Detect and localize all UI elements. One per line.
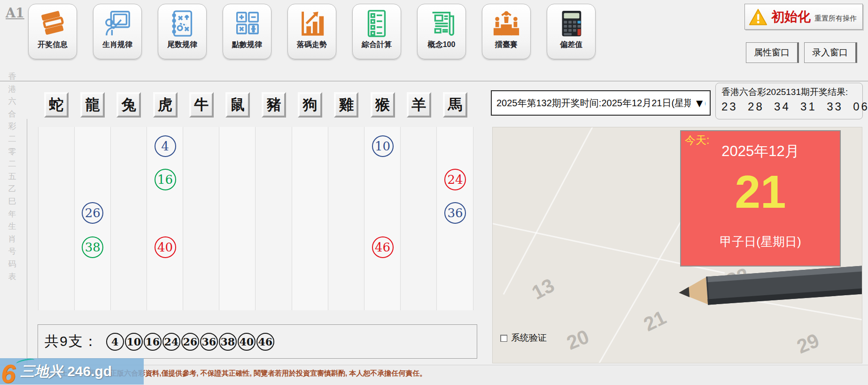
toolbar-button-开奖信息[interactable]: 开奖信息	[28, 4, 77, 59]
warning-triangle-icon	[749, 8, 767, 25]
panel-left-border	[27, 119, 27, 368]
summary-number-26: 26	[181, 333, 199, 351]
grid-column-1	[38, 127, 74, 310]
system-verify-label: 系统验证	[511, 332, 547, 344]
zodiac-button-狗[interactable]: 狗	[298, 92, 322, 118]
calculator-icon	[557, 9, 586, 38]
books-icon	[38, 9, 67, 38]
toolbar-button-概念100[interactable]: 概念100	[417, 4, 466, 59]
toolbar-button-點數规律[interactable]: 點數规律	[223, 4, 271, 59]
grid-column-6	[219, 127, 256, 310]
zodiac-button-豬[interactable]: 豬	[262, 92, 286, 118]
toolbar-button-label: 點數规律	[232, 40, 262, 50]
dropdown-arrow-icon: ▼	[691, 97, 705, 110]
toolbar-separator	[0, 81, 868, 81]
zodiac-button-猴[interactable]: 猴	[371, 92, 395, 118]
grid-number-24: 24	[444, 169, 466, 190]
summary-number-10: 10	[125, 333, 143, 351]
summary-label: 共9支：	[45, 332, 99, 351]
toolbar-button-偏差值[interactable]: 偏差值	[547, 4, 596, 59]
grid-column-8	[292, 127, 328, 310]
calendar-photo-number: 20	[564, 325, 592, 354]
grid-number-26: 26	[82, 202, 103, 224]
toolbar-button-綜合計算[interactable]: 綜合計算	[352, 4, 401, 59]
initialize-sublabel: 重置所有操作	[814, 10, 857, 23]
calendar-day-info: 甲子日(星期日)	[681, 234, 840, 250]
zodiac-button-鼠[interactable]: 鼠	[225, 92, 250, 118]
grid-number-16: 16	[155, 169, 176, 190]
grid-number-10: 10	[372, 135, 394, 157]
zodiac-button-蛇[interactable]: 蛇	[44, 92, 69, 118]
grid-number-46: 46	[372, 236, 394, 258]
grid-number-40: 40	[155, 236, 176, 258]
calendar-photo-number: 13	[528, 274, 558, 304]
summary-number-36: 36	[200, 333, 218, 351]
initialize-label: 初始化	[771, 8, 811, 26]
bar-chart-icon	[297, 9, 326, 38]
toolbar-button-label: 开奖信息	[38, 40, 68, 50]
summary-box: 共9支： 41016242636384046	[38, 324, 477, 359]
toolbar-button-label: 綜合計算	[362, 40, 392, 50]
properties-window-button[interactable]: 属性窗口	[746, 42, 799, 63]
summary-number-24: 24	[163, 333, 180, 351]
calendar-photo-line	[503, 127, 597, 295]
newspaper-icon	[427, 9, 456, 38]
zodiac-button-羊[interactable]: 羊	[407, 92, 431, 118]
toolbar-button-label: 落碼走勢	[297, 40, 327, 50]
zodiac-button-龍[interactable]: 龍	[80, 92, 105, 118]
toolbar-button-label: 生肖规律	[102, 40, 132, 50]
math-operations-icon	[232, 9, 262, 38]
entry-window-button[interactable]: 录入窗口	[804, 42, 857, 63]
toolbar-button-擂臺賽[interactable]: 擂臺賽	[482, 4, 531, 59]
grid-column-3	[111, 127, 147, 310]
summary-number-38: 38	[219, 333, 237, 351]
watermark-domain: 246.gd	[67, 363, 112, 379]
left-vertical-title: 香 港 六 合 彩 二 零 二 五 乙 巳 年 生 肖 号 码 表	[7, 71, 17, 283]
toolbar-button-落碼走勢[interactable]: 落碼走勢	[287, 4, 336, 59]
system-verify-checkbox-row[interactable]: 系统验证	[500, 332, 547, 344]
grid-number-38: 38	[82, 236, 103, 258]
calendar-day: 21	[681, 169, 840, 215]
zodiac-button-雞[interactable]: 雞	[334, 92, 358, 118]
toolbar-button-尾数规律[interactable]: 尾数规律	[158, 4, 207, 59]
calendar-card: 今天: 2025年12月 21 甲子日(星期日)	[680, 130, 841, 267]
zodiac-button-牛[interactable]: 牛	[189, 92, 214, 118]
grid-number-4: 4	[155, 135, 176, 157]
calendar-month: 2025年12月	[681, 141, 840, 161]
last-result-title: 香港六合彩2025131期开奖结果:	[721, 86, 858, 98]
grid-column-9	[328, 127, 364, 310]
corner-label: A1	[6, 6, 24, 20]
zodiac-button-馬[interactable]: 馬	[443, 92, 467, 118]
initialize-button[interactable]: 初始化 重置所有操作	[744, 4, 863, 30]
last-result-numbers: 23 28 34 31 33 06+11	[721, 100, 858, 113]
watermark-6-icon: 6	[1, 362, 16, 385]
checklist-icon	[362, 9, 391, 38]
grid-column-5	[183, 127, 219, 310]
podium-icon	[492, 9, 521, 38]
strategy-notebook-icon	[168, 9, 197, 38]
zodiac-button-虎[interactable]: 虎	[153, 92, 178, 118]
toolbar-button-label: 概念100	[428, 40, 456, 50]
summary-number-4: 4	[106, 333, 124, 351]
toolbar-button-label: 偏差值	[560, 40, 582, 50]
summary-number-40: 40	[238, 333, 256, 351]
toolbar-button-label: 尾数规律	[167, 40, 197, 50]
toolbar: 开奖信息生肖规律尾数规律點數规律落碼走勢綜合計算概念100擂臺賽偏差值	[28, 4, 596, 59]
summary-number-46: 46	[256, 333, 274, 351]
calendar-photo-number: 21	[640, 306, 670, 336]
checkbox-icon[interactable]	[500, 335, 507, 342]
summary-number-16: 16	[144, 333, 162, 351]
zodiac-button-兔[interactable]: 兔	[116, 92, 141, 118]
toolbar-button-label: 擂臺賽	[495, 40, 518, 50]
app-window: A1 开奖信息生肖规律尾数规律點數规律落碼走勢綜合計算概念100擂臺賽偏差值 初…	[0, 0, 868, 385]
grid-number-36: 36	[444, 202, 466, 224]
period-dropdown[interactable]: 2025年第132期开奖时间:2025年12月21日(星期日) ▼	[491, 90, 711, 116]
grid-column-7	[256, 127, 292, 310]
watermark-logo: 6 三地兴 246.gd	[0, 358, 144, 385]
last-result-box: 香港六合彩2025131期开奖结果: 23 28 34 31 33 06+11	[715, 83, 863, 119]
toolbar-button-生肖规律[interactable]: 生肖规律	[93, 4, 142, 59]
period-dropdown-value: 2025年第132期开奖时间:2025年12月21日(星期日)	[496, 97, 706, 110]
teacher-board-icon	[103, 9, 132, 38]
summary-numbers: 41016242636384046	[106, 333, 275, 351]
grid-column-11	[401, 127, 437, 310]
